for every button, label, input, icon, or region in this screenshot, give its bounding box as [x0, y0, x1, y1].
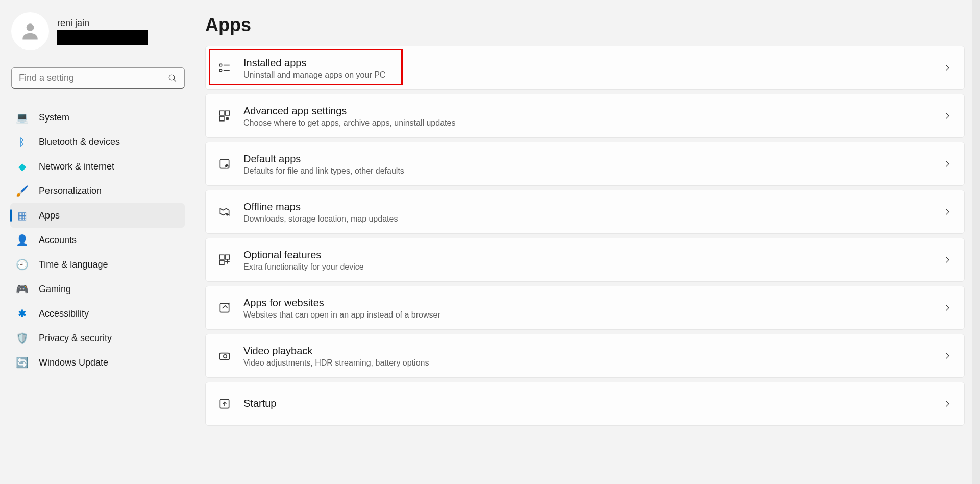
sidebar-item-windows-update[interactable]: 🔄Windows Update	[10, 350, 185, 375]
nav-icon: 👤	[16, 234, 28, 246]
chevron-right-icon	[943, 351, 952, 360]
sidebar-item-gaming[interactable]: 🎮Gaming	[10, 277, 185, 301]
svg-rect-4	[219, 69, 222, 71]
nav-label: Network & internet	[39, 161, 114, 172]
nav-icon: 🔄	[16, 357, 28, 368]
card-title: Advanced app settings	[243, 105, 943, 117]
card-icon	[218, 205, 231, 219]
nav-icon: 🖌️	[16, 185, 28, 197]
nav-icon: ✱	[16, 308, 28, 319]
scrollbar-track[interactable]	[972, 0, 980, 484]
card-icon	[218, 61, 231, 75]
search-input-wrap[interactable]	[11, 67, 185, 89]
sidebar-item-accessibility[interactable]: ✱Accessibility	[10, 301, 185, 326]
card-icon	[218, 397, 231, 410]
nav-label: Time & language	[39, 259, 108, 270]
chevron-right-icon	[943, 63, 952, 72]
chevron-right-icon	[943, 111, 952, 120]
svg-rect-9	[219, 116, 224, 121]
svg-rect-21	[219, 353, 230, 360]
svg-point-10	[226, 117, 228, 119]
card-advanced-app-settings[interactable]: Advanced app settingsChoose where to get…	[205, 94, 965, 138]
nav-label: Accounts	[39, 235, 77, 246]
svg-rect-16	[219, 260, 224, 265]
chevron-right-icon	[943, 159, 952, 168]
card-icon	[218, 253, 231, 267]
card-desc: Choose where to get apps, archive apps, …	[243, 118, 943, 128]
svg-point-22	[224, 355, 227, 358]
search-input[interactable]	[19, 72, 168, 83]
profile-name: reni jain	[57, 18, 183, 29]
card-desc: Uninstall and manage apps on your PC	[243, 70, 943, 80]
card-title: Installed apps	[243, 57, 943, 69]
svg-point-1	[169, 75, 175, 80]
card-icon	[218, 301, 231, 314]
card-icon	[218, 157, 231, 171]
nav-icon: ▦	[16, 210, 28, 221]
sidebar-item-network-internet[interactable]: ◆Network & internet	[10, 154, 185, 179]
nav-label: Privacy & security	[39, 333, 112, 344]
sidebar-item-personalization[interactable]: 🖌️Personalization	[10, 179, 185, 203]
sidebar-item-apps[interactable]: ▦Apps	[10, 203, 185, 228]
sidebar-item-system[interactable]: 💻System	[10, 105, 185, 130]
main-content: Apps Installed appsUninstall and manage …	[194, 0, 980, 484]
card-title: Offline maps	[243, 201, 943, 213]
svg-rect-14	[219, 255, 224, 259]
sidebar-item-bluetooth-devices[interactable]: ᛒBluetooth & devices	[10, 130, 185, 154]
page-title: Apps	[205, 14, 965, 36]
card-icon	[218, 349, 231, 362]
card-default-apps[interactable]: Default appsDefaults for file and link t…	[205, 142, 965, 186]
card-icon	[218, 109, 231, 123]
card-title: Optional features	[243, 249, 943, 261]
card-installed-apps[interactable]: Installed appsUninstall and manage apps …	[205, 46, 965, 90]
card-desc: Defaults for file and link types, other …	[243, 166, 943, 176]
search-icon	[168, 74, 177, 83]
cards-list: Installed appsUninstall and manage apps …	[205, 46, 965, 426]
nav-icon: 🕘	[16, 259, 28, 270]
nav-icon: ◆	[16, 161, 28, 172]
card-desc: Video adjustments, HDR streaming, batter…	[243, 358, 943, 368]
nav-list: 💻SystemᛒBluetooth & devices◆Network & in…	[0, 95, 194, 375]
nav-label: Gaming	[39, 284, 71, 295]
nav-label: Windows Update	[39, 357, 108, 368]
nav-label: Personalization	[39, 186, 102, 197]
card-optional-features[interactable]: Optional featuresExtra functionality for…	[205, 238, 965, 282]
svg-rect-8	[225, 111, 230, 115]
card-apps-for-websites[interactable]: Apps for websitesWebsites that can open …	[205, 286, 965, 330]
card-desc: Extra functionality for your device	[243, 262, 943, 272]
sidebar-item-privacy-security[interactable]: 🛡️Privacy & security	[10, 326, 185, 350]
chevron-right-icon	[943, 303, 952, 312]
card-startup[interactable]: Startup	[205, 382, 965, 426]
svg-point-0	[27, 23, 34, 31]
sidebar-item-time-language[interactable]: 🕘Time & language	[10, 252, 185, 277]
card-offline-maps[interactable]: Offline mapsDownloads, storage location,…	[205, 190, 965, 234]
nav-label: Bluetooth & devices	[39, 137, 120, 148]
card-video-playback[interactable]: Video playbackVideo adjustments, HDR str…	[205, 334, 965, 378]
chevron-right-icon	[943, 399, 952, 408]
card-title: Apps for websites	[243, 297, 943, 309]
svg-line-2	[174, 79, 176, 82]
nav-icon: 🛡️	[16, 332, 28, 344]
nav-label: System	[39, 112, 69, 123]
profile-email-redacted	[57, 30, 148, 45]
svg-rect-19	[220, 303, 229, 312]
card-title: Video playback	[243, 345, 943, 357]
nav-label: Apps	[39, 210, 60, 221]
nav-icon: 💻	[16, 112, 28, 123]
sidebar: reni jain 💻SystemᛒBluetooth & devices◆Ne…	[0, 0, 194, 484]
card-desc: Downloads, storage location, map updates	[243, 214, 943, 224]
card-desc: Websites that can open in an app instead…	[243, 310, 943, 320]
chevron-right-icon	[943, 207, 952, 216]
card-title: Default apps	[243, 153, 943, 165]
profile-block[interactable]: reni jain	[0, 10, 194, 54]
svg-rect-15	[225, 255, 230, 259]
svg-point-13	[226, 213, 228, 215]
nav-icon: 🎮	[16, 283, 28, 295]
sidebar-item-accounts[interactable]: 👤Accounts	[10, 228, 185, 252]
nav-icon: ᛒ	[16, 136, 28, 148]
svg-rect-3	[219, 64, 222, 66]
nav-label: Accessibility	[39, 308, 89, 319]
chevron-right-icon	[943, 255, 952, 264]
card-title: Startup	[243, 397, 943, 410]
svg-rect-7	[219, 111, 224, 115]
